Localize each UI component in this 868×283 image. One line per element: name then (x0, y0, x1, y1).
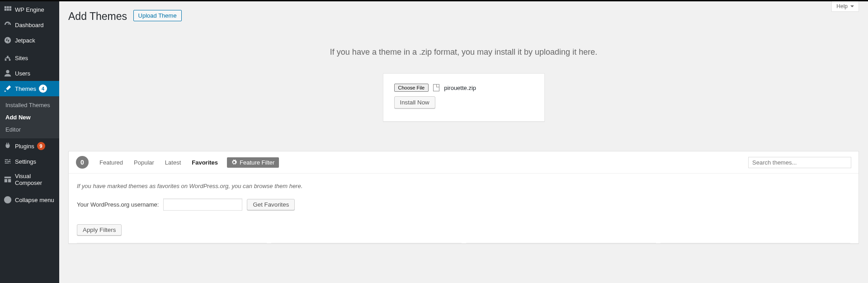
update-badge: 4 (39, 85, 47, 93)
filter-tabs: Featured Popular Latest Favorites (99, 157, 218, 168)
submenu-editor[interactable]: Editor (0, 123, 59, 136)
theme-count: 0 (76, 156, 89, 169)
file-icon (433, 84, 439, 91)
sidebar-item-label: Settings (15, 158, 36, 165)
gauge-icon (4, 21, 12, 29)
browser-toolbar: 0 Featured Popular Latest Favorites Feat… (69, 151, 859, 174)
svg-rect-5 (9, 9, 12, 11)
sidebar-collapse[interactable]: Collapse menu (0, 192, 59, 208)
help-label: Help (836, 3, 848, 9)
sidebar-item-label: Plugins (15, 143, 34, 150)
feature-filter-button[interactable]: Feature Filter (227, 157, 279, 168)
sidebar-item-wpengine[interactable]: WP Engine (0, 2, 59, 17)
sidebar-item-settings[interactable]: Settings (0, 154, 59, 169)
favorites-form: Your WordPress.org username: Get Favorit… (77, 198, 850, 211)
sidebar-item-users[interactable]: Users (0, 66, 59, 81)
upload-theme-button[interactable]: Upload Theme (133, 10, 182, 21)
sidebar-item-dashboard[interactable]: Dashboard (0, 17, 59, 33)
username-input[interactable] (163, 198, 242, 211)
sidebar-item-label: Jetpack (15, 37, 35, 44)
sidebar-item-plugins[interactable]: Plugins 9 (0, 138, 59, 154)
svg-point-7 (6, 70, 9, 73)
svg-rect-1 (7, 6, 9, 8)
sidebar-item-label: Themes (15, 85, 36, 92)
jetpack-icon (4, 36, 12, 44)
theme-search (748, 157, 851, 168)
svg-rect-9 (5, 179, 7, 182)
upload-panel: If you have a theme in a .zip format, yo… (68, 47, 859, 122)
feature-filter-label: Feature Filter (240, 159, 274, 166)
gear-icon (231, 160, 237, 165)
upload-box: Choose File pirouette.zip Install Now (383, 73, 545, 122)
get-favorites-button[interactable]: Get Favorites (247, 199, 295, 210)
theme-browser: 0 Featured Popular Latest Favorites Feat… (68, 151, 859, 244)
submenu-add-new[interactable]: Add New (0, 111, 59, 123)
svg-rect-0 (5, 6, 7, 8)
themes-submenu: Installed Themes Add New Editor (0, 96, 59, 138)
upload-instruction: If you have a theme in a .zip format, yo… (68, 47, 859, 57)
svg-rect-2 (9, 6, 12, 8)
collapse-icon (4, 196, 12, 204)
grid-icon (4, 5, 12, 14)
svg-rect-3 (5, 9, 7, 11)
sidebar-item-label: WP Engine (15, 6, 44, 13)
update-badge: 9 (37, 142, 45, 150)
sidebar-item-jetpack[interactable]: Jetpack (0, 33, 59, 48)
tab-featured[interactable]: Featured (99, 157, 123, 168)
filter-group-placeholder (271, 243, 461, 243)
page-title: Add Themes (68, 10, 127, 23)
tab-popular[interactable]: Popular (134, 157, 154, 168)
favorites-area: If you have marked themes as favorites o… (69, 174, 859, 222)
sidebar-item-label: Dashboard (15, 22, 44, 28)
favorites-note: If you have marked themes as favorites o… (77, 183, 850, 189)
main-content: Help Add Themes Upload Theme If you have… (59, 0, 868, 283)
tab-favorites[interactable]: Favorites (192, 157, 218, 168)
sidebar-item-label: Sites (15, 55, 28, 61)
admin-sidebar: WP Engine Dashboard Jetpack Sites Users … (0, 0, 59, 283)
install-now-button[interactable]: Install Now (394, 96, 435, 108)
help-tab[interactable]: Help (831, 1, 859, 12)
plug-icon (4, 142, 12, 150)
svg-rect-10 (8, 179, 11, 182)
user-icon (4, 69, 12, 77)
brush-icon (4, 85, 12, 93)
submenu-installed-themes[interactable]: Installed Themes (0, 99, 59, 111)
filter-group-placeholder (660, 243, 850, 243)
sidebar-item-label: Users (15, 70, 30, 77)
sidebar-item-sites[interactable]: Sites (0, 50, 59, 66)
sidebar-item-label: Collapse menu (15, 197, 54, 203)
svg-rect-8 (5, 177, 11, 179)
sidebar-item-visual-composer[interactable]: Visual Composer (0, 169, 59, 190)
filter-group-placeholder (466, 243, 656, 243)
sidebar-item-themes[interactable]: Themes 4 (0, 81, 59, 96)
username-label: Your WordPress.org username: (77, 201, 159, 208)
search-input[interactable] (748, 157, 851, 168)
chevron-down-icon (850, 5, 854, 9)
choose-file-button[interactable]: Choose File (394, 84, 429, 92)
selected-file-name: pirouette.zip (444, 85, 476, 91)
svg-rect-4 (7, 9, 9, 11)
svg-point-6 (5, 37, 11, 43)
tab-latest[interactable]: Latest (165, 157, 181, 168)
sidebar-item-label: Visual Composer (15, 173, 56, 186)
sliders-icon (4, 157, 12, 165)
layout-icon (4, 175, 12, 184)
filter-group-placeholder (77, 243, 267, 243)
network-icon (4, 54, 12, 62)
apply-filters-button[interactable]: Apply Filters (77, 224, 122, 236)
